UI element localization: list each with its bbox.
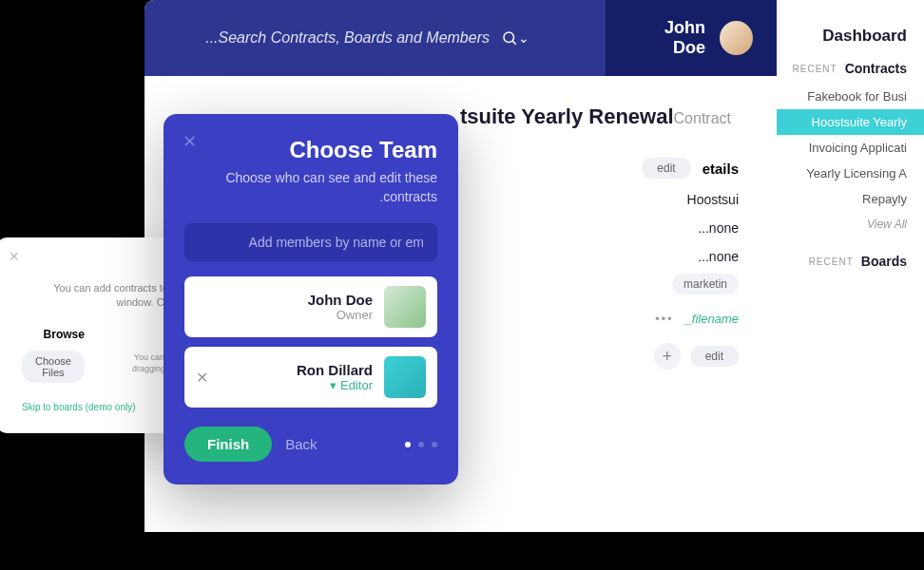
sidebar-viewall[interactable]: View All — [777, 212, 924, 237]
avatar — [384, 286, 426, 328]
add-button[interactable]: + — [654, 343, 681, 370]
edit-button[interactable]: edit — [642, 158, 690, 179]
sidebar: Dashboard Contracts RECENT Fakebook for … — [777, 0, 924, 532]
back-button[interactable]: Back — [285, 436, 317, 452]
nav-dashboard[interactable]: Dashboard — [777, 19, 924, 53]
member-name: John Doe — [196, 292, 373, 308]
search-icon — [501, 29, 518, 47]
finish-button[interactable]: Finish — [184, 427, 272, 462]
user-menu[interactable]: John Doe — [629, 18, 753, 58]
search[interactable]: Search Contracts, Boards and Members... — [205, 29, 518, 47]
sidebar-item-0[interactable]: Fakebook for Busi — [777, 84, 924, 109]
avatar — [720, 21, 753, 55]
member-role-dropdown[interactable]: Editor ▾ — [220, 378, 373, 392]
tag-pill[interactable]: marketin — [672, 274, 739, 294]
topbar-nav: ⌄ Search Contracts, Boards and Members..… — [144, 0, 606, 76]
chevron-down-icon[interactable]: ⌄ — [518, 30, 529, 46]
nav-contracts-header[interactable]: Contracts RECENT — [777, 53, 924, 84]
sidebar-item-3[interactable]: Yearly Licensing A — [777, 161, 924, 186]
svg-point-0 — [504, 32, 514, 43]
sidebar-item-2[interactable]: Invoicing Applicati — [777, 135, 924, 161]
member-card-0: John Doe Owner — [184, 276, 437, 337]
details-heading: etails — [703, 161, 739, 177]
member-input[interactable] — [184, 223, 437, 261]
edit-button-2[interactable]: edit — [690, 346, 739, 367]
member-name: Ron Dillard — [220, 362, 373, 378]
close-icon[interactable]: ✕ — [183, 131, 197, 152]
choose-team-modal: ✕ Choose Team Choose who can see and edi… — [164, 114, 458, 484]
nav-boards-header[interactable]: Boards RECENT — [777, 246, 924, 276]
modal-title: Choose Team — [184, 137, 437, 163]
close-icon[interactable]: ✕ — [9, 249, 20, 264]
topbar-user: John Doe — [606, 0, 777, 76]
member-card-1: Ron Dillard Editor ▾ ✕ — [184, 347, 437, 408]
modal-subtitle: Choose who can see and edit these contra… — [184, 169, 437, 206]
browse-col: Browse Choose Files — [22, 328, 85, 383]
avatar — [384, 356, 426, 398]
sidebar-item-4[interactable]: Repayly — [777, 186, 924, 212]
choose-files-button[interactable]: Choose Files — [22, 351, 85, 383]
remove-member-icon[interactable]: ✕ — [196, 369, 208, 387]
step-indicator — [405, 442, 437, 447]
svg-line-1 — [512, 41, 515, 44]
member-role: Owner — [196, 308, 373, 322]
more-icon[interactable]: ••• — [655, 312, 674, 326]
sidebar-item-1[interactable]: Hoostsuite Yearly — [777, 109, 924, 135]
